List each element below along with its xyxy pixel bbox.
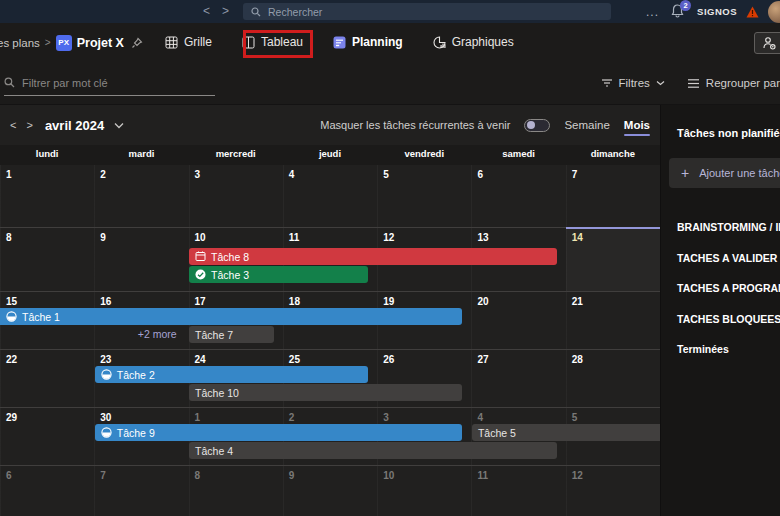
day-number[interactable]: 29	[6, 412, 17, 423]
calendar-header: < > avril 2024 Masquer les tâches récurr…	[0, 105, 660, 145]
bucket-header[interactable]: TACHES A VALIDER	[677, 243, 780, 274]
day-number[interactable]: 6	[6, 470, 12, 481]
day-number[interactable]: 4	[289, 169, 295, 180]
task-bar[interactable]: Tâche 5	[472, 424, 660, 441]
next-month-button[interactable]: >	[26, 119, 32, 131]
day-number[interactable]: 6	[477, 169, 483, 180]
more-options-button[interactable]: ...	[646, 5, 659, 19]
day-number[interactable]: 19	[383, 296, 394, 307]
group-list-icon	[687, 78, 700, 89]
tab-graphiques[interactable]: Graphiques	[433, 23, 514, 62]
task-label: Tâche 1	[22, 311, 60, 323]
back-button[interactable]: <	[203, 0, 210, 23]
tab-planning[interactable]: Planning	[333, 23, 403, 62]
search-icon	[4, 77, 15, 88]
recurrence-icon	[195, 251, 206, 262]
more-tasks-link[interactable]: +2 more	[94, 326, 176, 343]
task-bar[interactable]: Tâche 10	[189, 384, 462, 401]
person-gear-icon	[762, 36, 777, 50]
task-label: Tâche 3	[211, 269, 249, 281]
day-number[interactable]: 22	[6, 354, 17, 365]
day-number[interactable]: 16	[100, 296, 111, 307]
month-dropdown-icon[interactable]	[114, 122, 124, 129]
day-number[interactable]: 9	[100, 232, 106, 243]
add-task-button[interactable]: + Ajouter une tâche	[669, 158, 780, 188]
previous-month-button[interactable]: <	[10, 119, 16, 131]
day-number[interactable]: 28	[572, 354, 583, 365]
warning-icon[interactable]	[746, 6, 759, 18]
day-number[interactable]: 27	[477, 354, 488, 365]
group-by-button[interactable]: Regrouper par	[687, 77, 780, 89]
day-number[interactable]: 2	[289, 412, 295, 423]
day-number[interactable]: 9	[289, 470, 295, 481]
tab-grille[interactable]: Grille	[165, 23, 212, 62]
task-bar[interactable]: Tâche 8	[189, 248, 557, 265]
tab-grille-label: Grille	[184, 23, 212, 62]
weekday-label: vendredi	[377, 145, 471, 165]
week-row: 891011121314Tâche 8Tâche 3	[0, 227, 660, 291]
pin-icon[interactable]	[131, 37, 143, 49]
day-number[interactable]: 3	[195, 169, 201, 180]
day-number[interactable]: 10	[195, 232, 206, 243]
day-number[interactable]: 2	[100, 169, 106, 180]
keyword-filter-input[interactable]: Filtrer par mot clé	[4, 70, 215, 96]
day-number[interactable]: 5	[572, 412, 578, 423]
week-view-button[interactable]: Semaine	[564, 119, 609, 131]
task-bar[interactable]: Tâche 3	[189, 266, 368, 283]
chevron-down-icon	[656, 80, 665, 86]
day-number[interactable]: 8	[6, 232, 12, 243]
plus-icon: +	[681, 165, 689, 181]
weekday-header: lundimardimercredijeudivendredisamedidim…	[0, 145, 660, 165]
day-number[interactable]: 17	[195, 296, 206, 307]
search-input[interactable]: Rechercher	[243, 3, 611, 20]
day-number[interactable]: 18	[289, 296, 300, 307]
day-number[interactable]: 12	[383, 232, 394, 243]
day-number[interactable]: 1	[6, 169, 12, 180]
breadcrumb-plans[interactable]: es plans	[0, 37, 40, 49]
bucket-header[interactable]: TACHES A PROGRAMMER	[677, 273, 780, 304]
day-number[interactable]: 11	[477, 470, 488, 481]
bucket-header[interactable]: Terminées	[677, 334, 780, 365]
avatar[interactable]	[768, 1, 780, 23]
day-number[interactable]: 13	[477, 232, 488, 243]
filters-button[interactable]: Filtres	[601, 77, 665, 89]
day-number[interactable]: 14	[572, 232, 583, 243]
month-view-button[interactable]: Mois	[624, 119, 650, 131]
day-number[interactable]: 11	[289, 232, 300, 243]
notifications-button[interactable]: 2	[670, 3, 688, 21]
task-bar[interactable]: Tâche 4	[189, 442, 557, 459]
day-number[interactable]: 26	[383, 354, 394, 365]
day-number[interactable]: 30	[100, 412, 111, 423]
bucket-header[interactable]: TACHES BLOQUEES	[677, 304, 780, 335]
month-label[interactable]: avril 2024	[45, 118, 104, 133]
day-number[interactable]: 7	[572, 169, 578, 180]
day-number[interactable]: 1	[195, 412, 201, 423]
account-name[interactable]: SIGNOS	[697, 6, 737, 17]
day-number[interactable]: 23	[100, 354, 111, 365]
task-bar[interactable]: Tâche 2	[95, 366, 368, 383]
hide-recurring-toggle[interactable]	[524, 119, 550, 132]
breadcrumb[interactable]: es plans > PX Projet X	[0, 35, 143, 51]
week-row: 6789101112	[0, 465, 660, 516]
task-bar[interactable]: Tâche 7	[189, 326, 274, 343]
task-bar[interactable]: Tâche 9	[95, 424, 463, 441]
day-number[interactable]: 21	[572, 296, 583, 307]
day-number[interactable]: 12	[572, 470, 583, 481]
task-label: Tâche 4	[195, 445, 233, 457]
day-number[interactable]: 24	[195, 354, 206, 365]
teams-top-bar: < > Rechercher ... 2 SIGNOS	[0, 0, 780, 23]
day-number[interactable]: 10	[383, 470, 394, 481]
task-bar[interactable]: Tâche 1	[0, 308, 462, 325]
day-number[interactable]: 3	[383, 412, 389, 423]
notification-badge: 2	[680, 0, 691, 11]
day-number[interactable]: 8	[195, 470, 201, 481]
day-number[interactable]: 20	[477, 296, 488, 307]
day-number[interactable]: 7	[100, 470, 106, 481]
day-number[interactable]: 25	[289, 354, 300, 365]
bucket-header[interactable]: BRAINSTORMING / IDEATION	[677, 212, 780, 243]
members-button[interactable]	[754, 32, 780, 54]
forward-button[interactable]: >	[222, 0, 229, 23]
day-number[interactable]: 4	[477, 412, 483, 423]
day-number[interactable]: 15	[6, 296, 17, 307]
day-number[interactable]: 5	[383, 169, 389, 180]
